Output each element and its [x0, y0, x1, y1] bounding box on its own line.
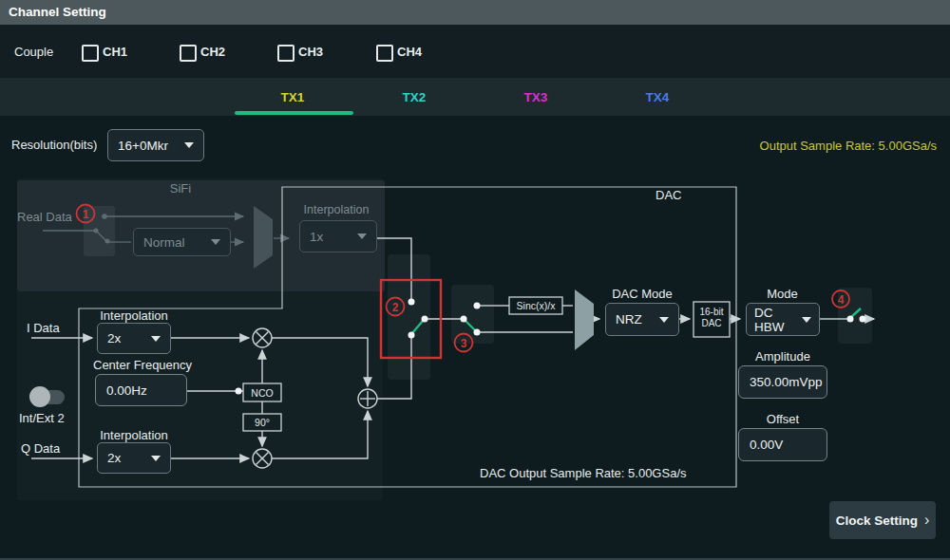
resolution-label: Resolution(bits) — [11, 139, 97, 152]
dac-output-sample-rate: DAC Output Sample Rate: 5.00GSa/s — [480, 467, 687, 480]
chevron-down-icon — [184, 142, 194, 148]
center-frequency-field[interactable]: 0.00Hz — [95, 374, 187, 406]
controls: Resolution(bits) 16+0Mkr Output Sample R… — [0, 0, 950, 560]
chevron-down-icon — [357, 233, 367, 239]
mode-label: Mode — [746, 288, 819, 301]
chevron-down-icon — [802, 317, 811, 323]
chevron-down-icon — [659, 317, 669, 323]
output-sample-rate: Output Sample Rate: 5.00GSa/s — [760, 140, 937, 153]
sifi-mode-dropdown[interactable]: Normal — [133, 228, 231, 256]
resolution-dropdown[interactable]: 16+0Mkr — [107, 129, 204, 161]
chevron-down-icon — [151, 336, 161, 342]
dac-title: DAC — [656, 189, 681, 202]
clock-setting-button[interactable]: Clock Setting › — [829, 501, 936, 539]
int-ext-toggle[interactable] — [31, 390, 65, 404]
int-ext-label: Int/Ext 2 — [19, 412, 65, 425]
sifi-interpolation-dropdown[interactable]: 1x — [299, 220, 377, 252]
i-data-label: I Data — [27, 322, 60, 335]
sifi-title: SiFi — [57, 182, 304, 196]
i-interpolation-dropdown[interactable]: 2x — [97, 323, 171, 354]
dac-mode-dropdown[interactable]: NRZ — [605, 303, 679, 336]
center-frequency-label: Center Frequency — [93, 359, 192, 372]
toggle-knob — [29, 386, 50, 407]
channel-setting-window: Channel Setting Couple CH1 CH2 CH3 CH4 T… — [0, 0, 950, 560]
dac-mode-label: DAC Mode — [605, 288, 679, 301]
i-interpolation-label: Interpolation — [97, 309, 171, 323]
amplitude-field[interactable]: 350.00mVpp — [738, 365, 827, 399]
q-data-label: Q Data — [21, 442, 60, 456]
amplitude-label: Amplitude — [738, 350, 827, 364]
q-interpolation-dropdown[interactable]: 2x — [97, 442, 171, 474]
chevron-right-icon: › — [924, 513, 929, 527]
q-interpolation-label: Interpolation — [97, 429, 171, 442]
offset-label: Offset — [738, 413, 827, 426]
offset-field[interactable]: 0.00V — [738, 428, 827, 461]
sifi-interpolation-label: Interpolation — [295, 203, 377, 216]
chevron-down-icon — [211, 239, 220, 245]
chevron-down-icon — [151, 456, 161, 461]
mode-dropdown[interactable]: DC HBW — [746, 303, 820, 336]
real-data-label: Real Data — [17, 211, 72, 224]
